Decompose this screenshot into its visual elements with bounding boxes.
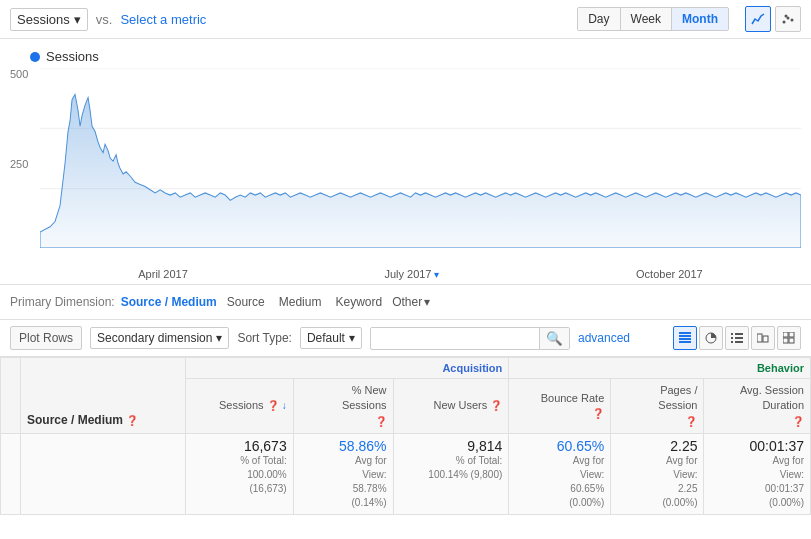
july-dropdown-arrow[interactable]: ▾ (434, 269, 439, 280)
checkbox-header (1, 358, 21, 434)
line-chart-icon (751, 12, 765, 26)
totals-pages: 2.25 Avg forView:2.25(0.00%) (611, 434, 704, 515)
legend-label: Sessions (46, 49, 99, 64)
svg-rect-21 (783, 332, 788, 337)
week-button[interactable]: Week (621, 8, 672, 30)
svg-rect-17 (731, 341, 733, 343)
chart-wrapper: 500 250 (40, 68, 801, 248)
totals-pct-new: 58.86% Avg forView:58.78%(0.14%) (293, 434, 393, 515)
list-view-button[interactable] (725, 326, 749, 350)
search-box: 🔍 (370, 327, 570, 350)
select-metric-link[interactable]: Select a metric (120, 12, 206, 27)
dropdown-arrow-icon: ▾ (74, 12, 81, 27)
behavior-header: Behavior (509, 358, 811, 379)
day-button[interactable]: Day (578, 8, 620, 30)
bounce-total: 60.65% (515, 438, 604, 454)
help-icon-source[interactable]: ❓ (126, 415, 138, 426)
legend-dot (30, 52, 40, 62)
svg-rect-23 (783, 338, 788, 343)
period-buttons: Day Week Month (577, 7, 729, 31)
y-axis: 500 250 (10, 68, 28, 248)
pie-view-button[interactable] (699, 326, 723, 350)
line-chart-button[interactable] (745, 6, 771, 32)
scatter-chart-button[interactable] (775, 6, 801, 32)
totals-label (21, 434, 186, 515)
new-users-subtext: % of Total:100.14% (9,800) (400, 454, 503, 482)
data-table: Source / Medium ❓ Acquisition Behavior S… (0, 357, 811, 515)
svg-point-2 (791, 19, 794, 22)
advanced-link[interactable]: advanced (578, 331, 630, 345)
pages-total: 2.25 (617, 438, 697, 454)
chart-type-icons (745, 6, 801, 32)
x-axis: April 2017 July 2017 ▾ October 2017 (40, 268, 801, 284)
sort-value: Default (307, 331, 345, 345)
new-users-col-header[interactable]: New Users ❓ (393, 379, 509, 434)
help-icon-new-users[interactable]: ❓ (490, 400, 502, 411)
top-bar: Sessions ▾ vs. Select a metric Day Week … (0, 0, 811, 39)
secondary-dim-dropdown[interactable]: Secondary dimension ▾ (90, 327, 229, 349)
secondary-dim-label: Secondary dimension (97, 331, 212, 345)
svg-rect-10 (679, 338, 691, 340)
totals-avg-session: 00:01:37 Avg forView:00:01:37(0.00%) (704, 434, 811, 515)
help-icon-sessions[interactable]: ❓ (267, 400, 279, 411)
pct-new-total: 58.86% (300, 438, 387, 454)
search-button[interactable]: 🔍 (539, 328, 569, 349)
x-label-april: April 2017 (138, 268, 188, 280)
compare-view-button[interactable] (751, 326, 775, 350)
svg-rect-16 (735, 337, 743, 339)
svg-rect-18 (735, 341, 743, 343)
pivot-view-icon (783, 332, 795, 344)
chart-svg (40, 68, 801, 248)
y-label-500: 500 (10, 68, 28, 80)
svg-rect-14 (735, 333, 743, 335)
sessions-total: 16,673 (192, 438, 287, 454)
pages-session-col-header[interactable]: Pages /Session❓ (611, 379, 704, 434)
primary-dimension-bar: Primary Dimension: Source / Medium Sourc… (0, 285, 811, 320)
sessions-col-header[interactable]: Sessions ❓ ↓ (186, 379, 294, 434)
pct-new-sessions-col-header[interactable]: % NewSessions❓ (293, 379, 393, 434)
primary-dim-source[interactable]: Source (223, 293, 269, 311)
primary-dim-keyword[interactable]: Keyword (331, 293, 386, 311)
pages-subtext: Avg forView:2.25(0.00%) (617, 454, 697, 510)
svg-rect-20 (763, 336, 768, 342)
secondary-dim-arrow: ▾ (216, 331, 222, 345)
list-view-icon (731, 332, 743, 344)
acquisition-header: Acquisition (186, 358, 509, 379)
avg-session-col-header[interactable]: Avg. SessionDuration❓ (704, 379, 811, 434)
svg-point-0 (783, 21, 786, 24)
help-icon-pct-new[interactable]: ❓ (375, 416, 387, 427)
help-icon-bounce[interactable]: ❓ (592, 408, 604, 419)
sessions-label: Sessions (17, 12, 70, 27)
compare-view-icon (757, 332, 769, 344)
bounce-subtext: Avg forView:60.65%(0.00%) (515, 454, 604, 510)
table-view-icon (679, 332, 691, 344)
primary-dim-medium[interactable]: Medium (275, 293, 326, 311)
scatter-chart-icon (781, 12, 795, 26)
bounce-rate-col-header[interactable]: Bounce Rate❓ (509, 379, 611, 434)
sort-arrow-sessions: ↓ (282, 400, 287, 411)
svg-rect-9 (679, 335, 691, 337)
svg-rect-19 (757, 334, 762, 342)
pct-new-subtext: Avg forView:58.78%(0.14%) (300, 454, 387, 510)
svg-rect-22 (789, 332, 794, 337)
other-dropdown-icon: ▾ (424, 295, 430, 309)
avg-session-total: 00:01:37 (710, 438, 804, 454)
totals-new-users: 9,814 % of Total:100.14% (9,800) (393, 434, 509, 515)
sessions-dropdown[interactable]: Sessions ▾ (10, 8, 88, 31)
plot-rows-button[interactable]: Plot Rows (10, 326, 82, 350)
primary-dim-other[interactable]: Other ▾ (392, 295, 430, 309)
sessions-subtext: % of Total:100.00%(16,673) (192, 454, 287, 496)
new-users-total: 9,814 (400, 438, 503, 454)
table-view-button[interactable] (673, 326, 697, 350)
controls-bar: Plot Rows Secondary dimension ▾ Sort Typ… (0, 320, 811, 357)
chart-legend: Sessions (10, 49, 801, 64)
help-icon-avg[interactable]: ❓ (792, 416, 804, 427)
help-icon-pages[interactable]: ❓ (685, 416, 697, 427)
svg-rect-15 (731, 337, 733, 339)
pivot-view-button[interactable] (777, 326, 801, 350)
sort-dropdown[interactable]: Default ▾ (300, 327, 362, 349)
primary-dim-active[interactable]: Source / Medium (121, 295, 217, 309)
search-input[interactable] (371, 328, 539, 348)
sort-arrow: ▾ (349, 331, 355, 345)
month-button[interactable]: Month (672, 8, 728, 30)
